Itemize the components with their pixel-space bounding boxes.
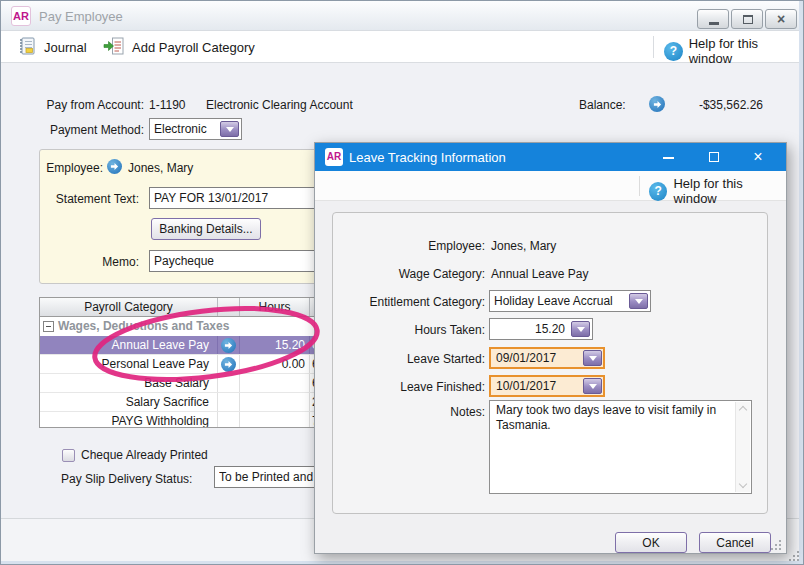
row-detail-cell xyxy=(218,393,240,411)
add-payroll-category-label: Add Payroll Category xyxy=(132,40,255,55)
entitlement-category-value: Holiday Leave Accrual xyxy=(494,294,613,308)
dialog-logo-icon: AR xyxy=(325,148,343,166)
leave-started-value: 09/01/2017 xyxy=(496,351,556,365)
payroll-category-cell[interactable]: Base Salary xyxy=(40,374,218,392)
dialog-title: Leave Tracking Information xyxy=(349,150,506,165)
scroll-down-icon[interactable] xyxy=(739,480,747,488)
dialog-help-label: Help for this window xyxy=(673,176,786,206)
account-number: 1-1190 xyxy=(149,98,185,112)
dlg-employee-label: Employee: xyxy=(332,239,485,253)
dialog-close-button[interactable]: × xyxy=(741,143,775,171)
dialog-help-link[interactable]: ? Help for this window xyxy=(649,176,786,206)
calendar-chevron-icon[interactable] xyxy=(583,350,602,366)
help-icon: ? xyxy=(649,182,667,201)
chevron-down-icon[interactable] xyxy=(220,121,239,137)
payment-method-select[interactable]: Electronic xyxy=(149,118,242,140)
dlg-wage-category-label: Wage Category: xyxy=(332,267,485,281)
hours-taken-field[interactable]: 15.20 xyxy=(489,318,593,340)
hours-header[interactable]: Hours xyxy=(240,298,310,316)
hours-cell[interactable]: 15.20 xyxy=(240,336,310,354)
close-icon: × xyxy=(741,143,775,170)
resize-grip-icon[interactable] xyxy=(789,551,800,562)
dialog-resize-grip-icon[interactable] xyxy=(771,540,782,551)
window-controls: × xyxy=(697,9,797,29)
app-logo-icon: AR xyxy=(11,6,31,26)
statement-text-label: Statement Text: xyxy=(39,192,139,206)
account-name: Electronic Clearing Account xyxy=(206,98,353,112)
dlg-hours-taken-label: Hours Taken: xyxy=(332,323,485,337)
row-detail-cell xyxy=(218,374,240,392)
row-detail-cell xyxy=(218,412,240,428)
leave-finished-value: 10/01/2017 xyxy=(496,379,556,393)
close-button[interactable]: × xyxy=(765,9,797,29)
payment-method-value: Electronic xyxy=(154,122,207,136)
add-payroll-category-button[interactable]: Add Payroll Category xyxy=(103,35,255,59)
dialog-minimize-button[interactable] xyxy=(651,143,685,171)
dlg-notes-label: Notes: xyxy=(332,405,485,419)
minimize-icon xyxy=(709,22,719,25)
leave-started-field[interactable]: 09/01/2017 xyxy=(489,347,605,369)
hours-cell[interactable] xyxy=(240,412,310,428)
journal-button[interactable]: Journal xyxy=(17,35,87,59)
hours-cell[interactable]: 0.00 xyxy=(240,355,310,373)
help-icon: ? xyxy=(664,42,683,61)
cancel-button[interactable]: Cancel xyxy=(699,532,771,553)
dlg-entitlement-label: Entitlement Category: xyxy=(332,295,485,309)
payroll-category-cell[interactable]: PAYG Withholding xyxy=(40,412,218,428)
chevron-down-icon[interactable] xyxy=(629,293,648,309)
dialog-maximize-button[interactable] xyxy=(697,143,731,171)
detail-column-header xyxy=(218,298,240,316)
leave-finished-field[interactable]: 10/01/2017 xyxy=(489,375,605,397)
add-payroll-category-icon xyxy=(103,36,125,59)
titlebar: AR Pay Employee × xyxy=(1,1,803,31)
payroll-category-cell[interactable]: Salary Sacrifice xyxy=(40,393,218,411)
chevron-down-icon[interactable] xyxy=(571,321,590,337)
minimize-button[interactable] xyxy=(697,9,729,29)
cheque-already-printed-label: Cheque Already Printed xyxy=(81,448,208,462)
employee-label: Employee: xyxy=(39,161,103,175)
notes-value: Mary took two days leave to visit family… xyxy=(496,403,731,433)
dialog-titlebar: AR Leave Tracking Information × xyxy=(315,143,786,171)
banking-details-button[interactable]: Banking Details... xyxy=(151,218,261,240)
payroll-category-cell[interactable]: Personal Leave Pay xyxy=(40,355,218,373)
pay-from-account-label: Pay from Account: xyxy=(39,98,144,112)
hours-cell[interactable] xyxy=(240,374,310,392)
maximize-icon xyxy=(743,15,753,24)
dlg-leave-started-label: Leave Started: xyxy=(332,352,485,366)
collapse-icon[interactable] xyxy=(43,321,54,332)
row-detail-arrow-icon[interactable] xyxy=(221,357,236,372)
minimize-icon xyxy=(663,157,674,159)
window-frame-bottom xyxy=(1,561,803,564)
dlg-leave-finished-label: Leave Finished: xyxy=(332,380,485,394)
employee-value: Jones, Mary xyxy=(128,161,193,175)
row-detail-cell xyxy=(218,355,240,373)
group-label: Wages, Deductions and Taxes xyxy=(58,319,229,333)
toolbar-separator xyxy=(653,36,654,58)
payroll-category-header[interactable]: Payroll Category xyxy=(40,298,218,316)
entitlement-category-select[interactable]: Holiday Leave Accrual xyxy=(489,290,651,312)
window-frame-right xyxy=(799,1,803,564)
help-link[interactable]: ? Help for this window xyxy=(664,36,803,66)
maximize-button[interactable] xyxy=(731,9,763,29)
notes-scrollbar[interactable] xyxy=(735,402,750,492)
row-detail-cell xyxy=(218,336,240,354)
scroll-up-icon[interactable] xyxy=(739,406,747,414)
balance-label: Balance: xyxy=(579,98,626,112)
notes-textarea[interactable]: Mary took two days leave to visit family… xyxy=(489,400,752,494)
help-separator xyxy=(639,176,640,196)
hours-cell[interactable] xyxy=(240,393,310,411)
journal-icon xyxy=(17,36,37,59)
calendar-chevron-icon[interactable] xyxy=(583,378,602,394)
pay-slip-delivery-status-label: Pay Slip Delivery Status: xyxy=(61,472,192,486)
help-label: Help for this window xyxy=(689,36,803,66)
dlg-employee-value: Jones, Mary xyxy=(491,239,556,253)
hours-taken-value: 15.20 xyxy=(535,322,565,336)
balance-detail-arrow-icon[interactable] xyxy=(649,96,665,112)
cheque-already-printed-checkbox[interactable] xyxy=(62,449,75,462)
pay-employee-window: AR Pay Employee × Journal xyxy=(0,0,804,565)
employee-detail-arrow-icon[interactable] xyxy=(107,159,122,174)
ok-button[interactable]: OK xyxy=(615,532,687,553)
close-icon: × xyxy=(766,10,796,28)
row-detail-arrow-icon[interactable] xyxy=(221,338,236,353)
payroll-category-cell[interactable]: Annual Leave Pay xyxy=(40,336,218,354)
